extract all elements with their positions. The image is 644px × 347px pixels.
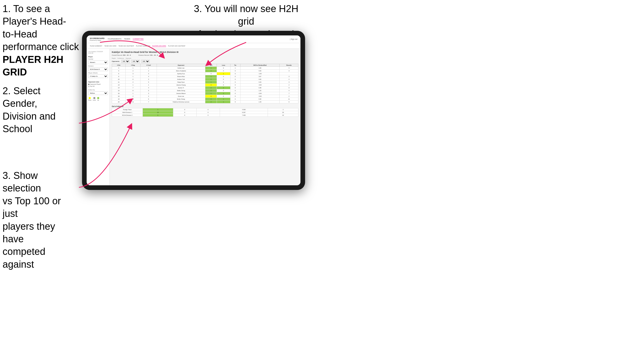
table-row: 14 7 4 Eunice Yi 2 2 0 0.38 9 [112, 86, 298, 89]
cell-loss: 0 [217, 95, 230, 98]
cell-conf: 1 [140, 67, 157, 70]
cell-win: 1 [205, 75, 217, 78]
cell-rounds: 7 [280, 92, 298, 95]
cell-win: 0 [205, 72, 217, 75]
table-row: 19 10 6 Emily Chang 4 1 0 0.30 11 [112, 98, 298, 101]
main-content: Last Updated: 27/03/202416:55:38 Player … [87, 49, 300, 185]
division-record: Division Record: 331 - 34 - 6 [138, 54, 158, 56]
cell-win: 2 [205, 78, 217, 81]
colour-up: Up [97, 97, 99, 101]
colour-by-select[interactable]: Win/loss [88, 91, 108, 95]
opponent-filter-label: Opponent [126, 57, 131, 59]
nav-sign-out[interactable]: | Sign out [290, 38, 297, 40]
cell-div: 5 [112, 70, 126, 72]
cell-win: 4 [205, 98, 217, 101]
ood-cell-win: 15 [143, 111, 173, 114]
instruction-1: 1. To see a Player's Head- to-Head perfo… [3, 3, 82, 79]
sub-nav-player-h2h-grid[interactable]: PLAYER H2H GRID [152, 45, 166, 47]
ood-cell-loss: 0 [173, 114, 196, 117]
col-conf: # Conf [140, 64, 157, 67]
cell-tie: 0 [230, 75, 240, 78]
out-of-division-label: Out of division [112, 105, 298, 107]
sub-nav-team-h2h-grid[interactable]: TEAM H2H GRID [104, 45, 116, 47]
gender-label: Gender [88, 58, 108, 60]
conference-filter-select[interactable]: (All) [131, 60, 140, 63]
cell-tie: 0 [230, 81, 240, 84]
opponent-radio-top100[interactable]: Top 100 [88, 85, 108, 87]
cell-tie: 1 [230, 67, 240, 70]
cell-win: 1 [205, 89, 217, 92]
sub-nav-player-summary[interactable]: PLAYER SUMMARY [136, 45, 150, 47]
gender-select[interactable]: Women's [88, 61, 108, 64]
colour-dot-down [89, 97, 91, 99]
colour-by-label: Colour by [88, 89, 108, 91]
cell-reg: 1 [126, 75, 140, 78]
cell-tie: 0 [230, 70, 240, 72]
cell-rounds [280, 72, 298, 75]
region-filter-group: Region [112, 57, 116, 59]
col-tie: Tie [230, 64, 240, 67]
conference-filter-group: Conference [117, 57, 124, 59]
nav-teams[interactable]: TEAMS [124, 38, 130, 40]
cell-opponent: Eunice Yi [157, 86, 205, 89]
sub-nav-player-h2h-heatmap[interactable]: PLAYER H2H HEATMAP [168, 45, 185, 47]
ood-cell-tie: 0 [196, 114, 220, 117]
ood-cell-opponent: NCAA Division 2 [112, 114, 143, 117]
cell-reg: 10 [126, 98, 140, 101]
sub-nav-team-h2h-heatmap[interactable]: TEAM H2H HEATMAP [118, 45, 134, 47]
opponent-filter-group: Opponent [126, 57, 131, 59]
cell-reg: 3 [126, 72, 140, 75]
opponent-filter-select[interactable]: (All) [141, 60, 150, 63]
sub-nav-team-summary[interactable]: TEAM SUMMARY [90, 45, 102, 47]
cell-opponent: Sydney Kuo [157, 72, 205, 75]
ood-table-row: Foreign Team 1 0 0 4.500 2 [112, 108, 298, 111]
cell-reg: 1 [126, 67, 140, 70]
cell-loss: 0 [217, 75, 230, 78]
logo: SCOREBOARD Powered by clippd [90, 37, 105, 41]
table-row: 18 2 2 Euna Lee 0 0 0 -5.00 2 [112, 95, 298, 98]
cell-diff: 1.50 [240, 67, 280, 70]
cell-conf: 4 [140, 86, 157, 89]
nav-tournaments[interactable]: TOURNAMENTS [108, 38, 122, 40]
cell-win: 0 [205, 84, 217, 86]
cell-loss: 0 [217, 89, 230, 92]
cell-reg: 8 [126, 89, 140, 92]
ood-cell-diff: 7.400 [220, 114, 268, 117]
cell-conf: 5 [140, 89, 157, 92]
ood-cell-diff: 4.500 [220, 108, 268, 111]
table-row: 9 1 4 Sharon Mun 1 0 0 3.67 3 [112, 75, 298, 78]
nav-committee[interactable]: COMMITTEE [133, 38, 144, 40]
division-select[interactable]: NCAA Division III [88, 68, 108, 71]
cell-diff: 0.30 [240, 98, 280, 101]
cell-loss: 0 [217, 70, 230, 72]
ood-cell-win: 1 [143, 108, 173, 111]
cell-win: 0 [205, 95, 217, 98]
opponent-view-label: Opponent view [88, 81, 108, 83]
cell-diff: 4.00 [240, 78, 280, 81]
colour-level: Level [93, 97, 96, 101]
colour-by-section: Colour by Win/loss Down Level [88, 89, 108, 101]
cell-div: 9 [112, 75, 126, 78]
cell-win: 1 [205, 67, 217, 70]
cell-rounds: 3 [280, 75, 298, 78]
player-rank-label: Player (Rank) [88, 72, 108, 74]
table-row: 5 2 2 Alexis Sudjianto 1 0 0 4.00 3 [112, 70, 298, 72]
cell-div: 3 [112, 67, 126, 70]
opponent-radio-played[interactable]: Opponents Played [88, 83, 108, 85]
cell-reg: 1 [126, 84, 140, 86]
cell-conf: 6 [140, 98, 157, 101]
cell-opponent: Esther Lee [157, 67, 205, 70]
colour-label-level: Level [93, 99, 96, 101]
table-row: 15 8 5 Stella Cheng 1 0 0 1.25 4 [112, 89, 298, 92]
cell-div: 16 [112, 92, 126, 95]
opponents-filter-select[interactable]: (All) [121, 60, 130, 63]
cell-div: 10 [112, 78, 126, 81]
cell-tie: 0 [230, 78, 240, 81]
ood-cell-opponent: NAIA Division 1 [112, 111, 143, 114]
instruction-3-left: 3. Show selection vs Top 100 or just pla… [3, 169, 77, 271]
tablet-device: SCOREBOARD Powered by clippd TOURNAMENTS… [82, 31, 305, 190]
ood-cell-tie: 0 [196, 108, 220, 111]
nav-items: TOURNAMENTS TEAMS COMMITTEE [108, 38, 144, 40]
table-row: 11 2 5 Heejo Hyun 1 0 0 3.33 3 [112, 81, 298, 84]
player-rank-select[interactable]: 8. Katelyn Vo [88, 74, 108, 78]
